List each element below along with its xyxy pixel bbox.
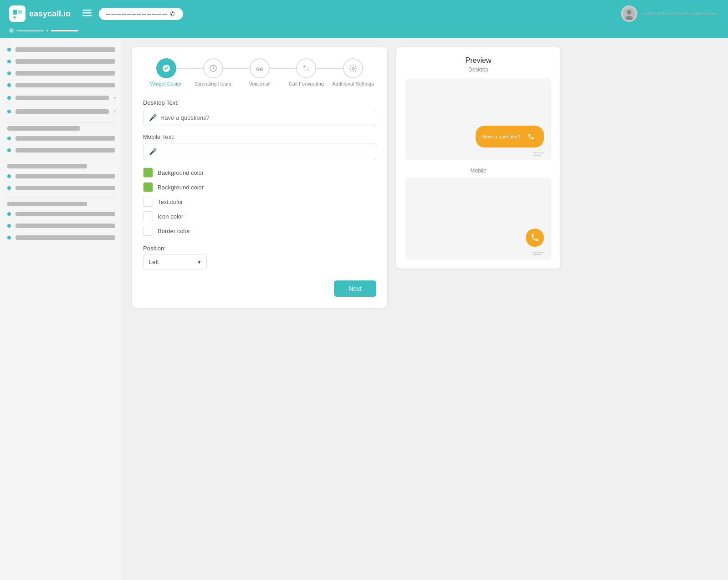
svg-point-16 [305,70,306,71]
next-button[interactable]: Next [334,280,376,297]
color-settings: Background color Background color Text c… [143,168,376,236]
widget-line-2 [533,155,541,156]
preview-desktop: Have a question? [405,78,551,160]
svg-rect-1 [13,10,17,15]
chevron-down-icon: ▾ [198,259,201,265]
svg-rect-5 [82,12,92,14]
sidebar-dot [7,236,11,239]
mobile-text-input-wrapper[interactable]: 🎤 [143,143,376,160]
svg-point-15 [308,69,309,70]
tab-operating-hours[interactable]: Operating Hours [190,58,236,86]
tab-voicemail-label: Voicemail [249,81,270,86]
step-tabs: Widget Design Operating Hours [143,58,376,86]
tab-call-forwarding[interactable]: Call Forwarding [283,58,329,86]
tab-additional-settings[interactable]: Additional Settings [330,58,376,86]
sidebar-item-7[interactable] [0,144,123,156]
text-color-label: Text color [158,198,183,205]
topbar-left: easycall.io ──────────── ✆ [9,5,183,22]
logo-icon [9,5,26,22]
tab-operating-hours-label: Operating Hours [195,81,231,86]
logo-area: easycall.io [9,5,71,22]
bg-color-label-1: Background color [158,169,204,176]
preview-desktop-label: Desktop [405,66,551,73]
content-area: Widget Design Operating Hours [123,38,728,580]
sidebar-label [15,71,115,76]
icon-color-checkbox[interactable] [143,211,153,221]
widget-design-card: Widget Design Operating Hours [132,47,387,308]
sidebar-item-5[interactable]: › [0,105,123,118]
svg-rect-6 [82,15,92,16]
svg-point-17 [308,70,308,71]
sidebar-item-3[interactable] [0,79,123,91]
bg-color-swatch-1[interactable] [143,168,153,178]
sidebar-item-10[interactable] [0,208,123,220]
sidebar-group-label [7,126,80,131]
sidebar-item-6[interactable] [0,132,123,144]
sidebar-dot [7,71,11,75]
sidebar-item-9[interactable] [0,182,123,194]
color-row-border[interactable]: Border color [143,226,376,236]
border-color-checkbox[interactable] [143,226,153,236]
breadcrumb-arrow: › [46,27,48,34]
widget-bubble-text: Have a question? [481,134,520,139]
mobile-text-input[interactable] [160,148,370,155]
text-color-checkbox[interactable] [143,197,153,207]
step-circle-additional-settings [343,58,363,78]
sidebar-item-11[interactable] [0,220,123,232]
svg-rect-2 [18,10,22,14]
color-row-bg1[interactable]: Background color [143,168,376,178]
hamburger-icon[interactable] [82,8,92,20]
sidebar-dot [7,148,11,152]
sidebar-item-2[interactable] [0,67,123,79]
widget-line-mobile-1 [533,252,544,253]
color-row-icon[interactable]: Icon color [143,211,376,221]
color-row-text[interactable]: Text color [143,197,376,207]
position-select[interactable]: Left ▾ [143,254,207,270]
tab-widget-design-label: Widget Design [150,81,183,86]
step-circle-voicemail [250,58,270,78]
breadcrumb-dot-1 [9,28,14,33]
tab-call-forwarding-label: Call Forwarding [289,81,324,86]
sidebar-dot [7,212,11,216]
desktop-text-input-wrapper[interactable]: 🎤 [143,109,376,126]
sidebar-label [15,83,115,87]
sidebar-label [15,47,115,52]
sidebar-item-4[interactable]: › [0,91,123,105]
sidebar-label [15,186,115,190]
search-bar[interactable]: ──────────── ✆ [99,8,183,20]
sidebar-label [15,174,115,178]
svg-point-3 [13,16,16,19]
sidebar-item-8[interactable] [0,170,123,182]
sidebar-group-label [7,164,87,168]
chevron-right-icon: › [113,108,115,115]
tab-widget-design[interactable]: Widget Design [143,58,190,86]
bg-color-swatch-2[interactable] [143,182,153,192]
desktop-text-input[interactable] [160,114,370,121]
sidebar: › › [0,38,123,580]
user-name: ────────────── [643,10,719,17]
widget-phone-button [524,129,538,144]
sidebar-item-0[interactable] [0,44,123,56]
desktop-text-label: Desktop Text: [143,99,376,106]
preview-title: Preview [405,56,551,65]
search-bar-text: ──────────── ✆ [106,10,176,17]
sidebar-dot [7,60,11,63]
mobile-text-label: Mobile Text: [143,133,376,140]
sidebar-dot [7,48,11,51]
mic-icon: 🎤 [149,114,157,121]
sidebar-item-1[interactable] [0,56,123,67]
tab-voicemail[interactable]: Voicemail [236,58,283,86]
logo-text: easycall.io [29,9,71,19]
main-layout: › › [0,38,728,580]
sidebar-item-12[interactable] [0,232,123,244]
preview-card: Preview Desktop Have a question? [396,47,560,269]
color-row-bg2[interactable]: Background color [143,182,376,192]
sidebar-dot [7,137,11,140]
bg-color-label-2: Background color [158,184,204,191]
sidebar-dot [7,224,11,228]
widget-line-mobile-2 [533,254,541,255]
position-label: Position: [143,245,376,252]
sidebar-label [15,96,109,100]
sidebar-label [15,148,115,153]
sidebar-label [15,59,115,64]
